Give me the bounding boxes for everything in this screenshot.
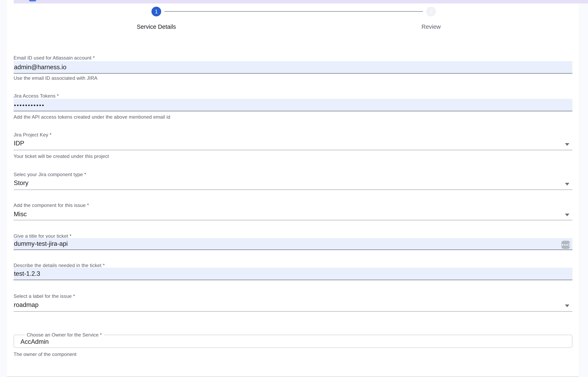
component-type-value: Story: [14, 179, 28, 187]
field-project-key: Jira Project Key * IDP Your ticket will …: [13, 132, 572, 162]
right-gutter: [579, 0, 588, 377]
description-label: Describe the details needed in the ticke…: [13, 263, 105, 268]
chevron-down-icon: [565, 214, 569, 216]
issue-label-label: Select a label for the issue *: [13, 293, 75, 299]
step-2-indicator: 2: [426, 7, 436, 16]
field-description: Describe the details needed in the ticke…: [13, 263, 572, 283]
step-connector: [165, 11, 423, 12]
chevron-down-icon: [565, 143, 569, 146]
wizard-page: 1 2 Service Details Review Email ID used…: [0, 0, 588, 377]
project-key-helper: Your ticket will be created under this p…: [13, 153, 109, 159]
chevron-down-icon: [565, 183, 569, 186]
field-component-type: Selec your Jira component type * Story: [13, 172, 572, 192]
tokens-label: Jira Access Tokens *: [13, 93, 59, 99]
step-2-label: Review: [391, 24, 471, 30]
field-issue-label: Select a label for the issue * roadmap: [13, 293, 572, 314]
component-label: Add the component for this issue *: [13, 202, 89, 208]
project-key-value: IDP: [14, 140, 24, 147]
issue-label-select[interactable]: roadmap: [13, 299, 572, 312]
email-input[interactable]: admin@harness.io: [13, 61, 572, 74]
component-type-label: Selec your Jira component type *: [13, 172, 86, 177]
field-email: Email ID used for Atlassain account * ad…: [13, 55, 572, 83]
banner-logo-icon: [29, 0, 36, 1]
ellipsis-cursor-icon[interactable]: [562, 241, 570, 249]
field-access-tokens: Jira Access Tokens * ••••••••••• Add the…: [13, 93, 572, 124]
owner-input[interactable]: Choose an Owner for the Service * AccAdm…: [13, 332, 572, 348]
owner-value: AccAdmin: [21, 338, 49, 345]
step-1-label: Service Details: [116, 24, 197, 30]
email-value: admin@harness.io: [13, 64, 66, 71]
issue-label-value: roadmap: [14, 301, 38, 308]
description-value: test-1.2.3: [13, 270, 40, 277]
chevron-down-icon: [565, 305, 569, 307]
component-value: Misc: [14, 211, 27, 218]
project-key-select[interactable]: IDP: [13, 138, 572, 150]
tokens-input[interactable]: •••••••••••: [13, 99, 572, 111]
owner-helper: The owner of the component: [13, 352, 77, 357]
email-helper: Use the email ID associated with JIRA: [13, 75, 97, 81]
tokens-helper: Add the API access tokens created under …: [13, 114, 170, 120]
component-select[interactable]: Misc: [13, 208, 572, 220]
top-banner-strip: [14, 0, 588, 3]
project-key-label: Jira Project Key *: [13, 132, 52, 138]
email-label: Email ID used for Atlassain account *: [13, 55, 95, 61]
owner-label: Choose an Owner for the Service *: [25, 332, 104, 338]
ticket-title-value: dummy-test-jira-api: [13, 240, 68, 247]
step-1-indicator: 1: [152, 7, 161, 16]
stepper: 1 2 Service Details Review: [0, 0, 588, 35]
ticket-title-input[interactable]: dummy-test-jira-api: [13, 238, 572, 250]
field-component: Add the component for this issue * Misc: [13, 202, 572, 223]
field-ticket-title: Give a title for your ticket * dummy-tes…: [13, 233, 572, 253]
tokens-value: •••••••••••: [13, 101, 45, 108]
field-owner: Choose an Owner for the Service * AccAdm…: [13, 332, 572, 358]
component-type-select[interactable]: Story: [13, 177, 572, 190]
description-input[interactable]: test-1.2.3: [13, 268, 572, 280]
